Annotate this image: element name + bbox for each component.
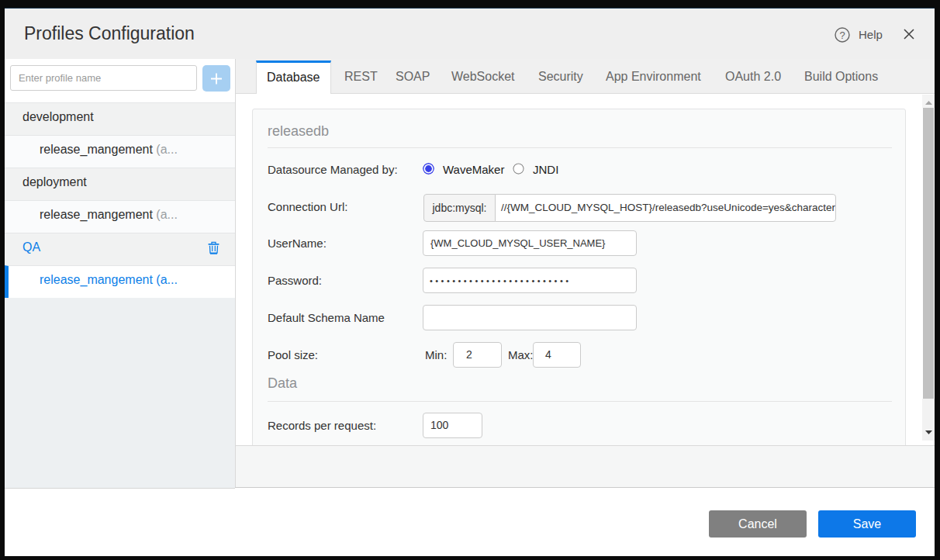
svg-text:?: ? (839, 29, 845, 41)
